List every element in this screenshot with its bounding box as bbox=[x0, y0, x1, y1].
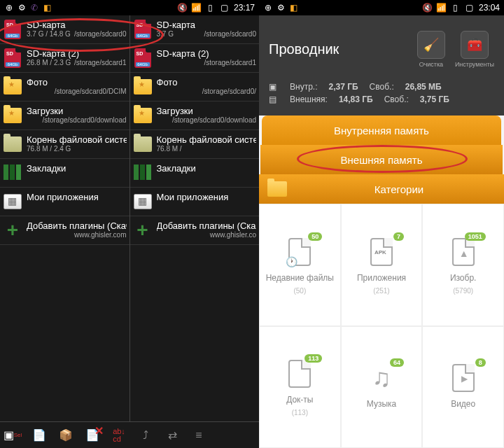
file-path: /storage/sdcard0 bbox=[174, 30, 256, 38]
badge: 7 bbox=[393, 232, 404, 241]
sd-icon: 64Gb bbox=[3, 20, 22, 39]
explorer-title: Проводник bbox=[269, 41, 339, 57]
file-name: Фото bbox=[157, 77, 257, 88]
file-path: /storage/sdcard0/download bbox=[27, 116, 127, 124]
mute-icon: 🔇 bbox=[423, 3, 433, 13]
clock-right: 23:04 bbox=[479, 3, 500, 13]
plus-status-icon: ⊕ bbox=[4, 3, 14, 13]
file-item-bookmarks[interactable]: Закладки bbox=[0, 159, 130, 188]
wifi-icon: 📶 bbox=[437, 3, 447, 13]
file-item-root[interactable]: Корень файловой системы76.8 M / bbox=[130, 130, 260, 159]
plus-icon: + bbox=[3, 220, 22, 240]
badge: 1051 bbox=[465, 232, 486, 241]
tools-button[interactable]: 🧰 Инструменты bbox=[455, 31, 494, 68]
file-name: SD-карта (2) bbox=[157, 48, 257, 59]
brush-icon: 🧹 bbox=[417, 31, 445, 59]
updir-icon[interactable]: ⤴ bbox=[136, 426, 155, 445]
category-Видео[interactable]: 8Видео bbox=[422, 326, 504, 449]
file-item-photo[interactable]: Фото/storage/sdcard0/DCIM bbox=[0, 73, 130, 102]
file-path bbox=[182, 145, 256, 153]
file-name: SD-карта (2) bbox=[27, 48, 127, 59]
swap-button[interactable]: ⇄ bbox=[162, 426, 182, 445]
file-size: 26.8 M / 2.3 G bbox=[27, 59, 71, 66]
file-name: Загрузки bbox=[27, 106, 127, 116]
category-icon: 113 bbox=[283, 357, 316, 391]
clean-button[interactable]: 🧹 Очистка bbox=[417, 31, 445, 68]
folder-star-icon bbox=[3, 77, 22, 97]
sim-icon: ▯ bbox=[206, 3, 216, 13]
phone-right-screenshot: ⊕ ⚙ ◧ 🔇 📶 ▯ ▢ 23:04 Проводник 🧹 Очистка bbox=[259, 0, 504, 448]
file-item-sd1[interactable]: 64GbSD-карта (2)/storage/sdcard1 bbox=[130, 44, 260, 73]
clock-left: 23:17 bbox=[234, 3, 255, 13]
tab-internal-memory[interactable]: Внутренняя память bbox=[262, 115, 501, 145]
file-item-downloads[interactable]: Загрузки/storage/sdcard0/download bbox=[0, 102, 130, 130]
file-name: Закладки bbox=[157, 163, 257, 174]
file-item-sd0[interactable]: 64GbSD-карта3.7 G / 14.8 G/storage/sdcar… bbox=[0, 15, 130, 44]
file-path: www.ghisler.co bbox=[157, 231, 257, 239]
file-path: /storage/sdcard1 bbox=[157, 59, 257, 66]
category-icon: ♫64 bbox=[365, 361, 398, 395]
bottom-toolbar: ▣Sel 📄 📦 📄✕ ab↓cd ⤴ ⇄ ≡ bbox=[0, 421, 259, 448]
tab-external-memory[interactable]: Внешняя память bbox=[260, 145, 503, 174]
file-item-apps[interactable]: Мои приложения bbox=[0, 188, 130, 216]
file-pane-right: 64GbSD-карта3.7 G/storage/sdcard064GbSD-… bbox=[130, 15, 260, 421]
file-item-plugins[interactable]: +Добавить плагины (Скачать)www.ghisler.c… bbox=[130, 216, 260, 245]
category-count: (251) bbox=[373, 287, 389, 295]
sort-button[interactable]: ab↓cd bbox=[109, 426, 129, 445]
status-bar-right: ⊕ ⚙ ◧ 🔇 📶 ▯ ▢ 23:04 bbox=[259, 0, 504, 15]
category-Изобр.[interactable]: 1051Изобр.(5790) bbox=[422, 204, 504, 326]
file-item-photo[interactable]: Фото/storage/sdcard0/ bbox=[130, 73, 260, 102]
file-item-sd1[interactable]: 64GbSD-карта (2)26.8 M / 2.3 G/storage/s… bbox=[0, 44, 130, 73]
category-Приложения[interactable]: 7Приложения(251) bbox=[341, 204, 423, 326]
category-Музыка[interactable]: ♫64Музыка bbox=[341, 326, 423, 449]
folder-icon bbox=[267, 181, 287, 197]
file-size: 3.7 G bbox=[157, 30, 174, 38]
file-item-plugins[interactable]: +Добавить плагины (Скачать)www.ghisler.c… bbox=[0, 216, 130, 245]
gear-icon: ⚙ bbox=[17, 3, 27, 13]
phone-storage-icon: ▣ bbox=[269, 82, 279, 92]
badge: 64 bbox=[390, 358, 404, 367]
categories-grid: 50Недавние файлы(50)7Приложения(251)1051… bbox=[259, 204, 504, 448]
category-label: Приложения bbox=[357, 273, 406, 283]
apps-icon bbox=[3, 192, 22, 211]
category-count: (113) bbox=[292, 409, 308, 416]
file-size: 76.8 M / 2.4 G bbox=[27, 145, 71, 153]
plus-status-icon: ⊕ bbox=[263, 3, 273, 13]
category-Недавние файлы[interactable]: 50Недавние файлы(50) bbox=[259, 204, 341, 326]
category-label: Изобр. bbox=[450, 273, 477, 283]
file-size: 76.8 M / bbox=[157, 145, 182, 153]
sim-icon: ▯ bbox=[451, 3, 461, 13]
plus-icon: + bbox=[133, 220, 153, 240]
menu-button[interactable]: ≡ bbox=[189, 426, 209, 445]
sd-icon: 64Gb bbox=[3, 48, 22, 68]
explorer-header: Проводник 🧹 Очистка 🧰 Инструменты bbox=[259, 15, 504, 78]
file-item-sd0[interactable]: 64GbSD-карта3.7 G/storage/sdcard0 bbox=[130, 15, 260, 44]
file-path bbox=[71, 145, 126, 153]
file-name: Загрузки bbox=[157, 106, 257, 116]
badge: 8 bbox=[475, 358, 486, 367]
toolbox-icon: 🧰 bbox=[461, 31, 489, 59]
file-name: Корень файловой системы bbox=[157, 134, 257, 145]
delete-button[interactable]: 📄✕ bbox=[83, 426, 102, 445]
copy-button[interactable]: 📄 bbox=[29, 426, 49, 445]
file-item-root[interactable]: Корень файловой системы76.8 M / 2.4 G bbox=[0, 130, 130, 159]
storage-stats: ▣ Внутр.: 2,37 ГБ Своб.: 26,85 МБ ▤ Внеш… bbox=[259, 78, 504, 115]
category-Док-ты[interactable]: 113Док-ты(113) bbox=[259, 326, 341, 449]
badge: 113 bbox=[304, 354, 322, 363]
file-item-bookmarks[interactable]: Закладки bbox=[130, 159, 260, 188]
category-icon: 1051 bbox=[447, 235, 480, 269]
folder-star-icon bbox=[133, 77, 153, 97]
file-name: Закладки bbox=[27, 163, 127, 174]
pack-button[interactable]: 📦 bbox=[56, 426, 76, 445]
folder-star-icon bbox=[133, 106, 153, 125]
file-item-apps[interactable]: Мои приложения bbox=[130, 188, 260, 216]
select-button[interactable]: ▣Sel bbox=[3, 426, 22, 445]
badge: 50 bbox=[308, 232, 322, 241]
file-name: Мои приложения bbox=[157, 192, 257, 202]
file-name: Добавить плагины (Скачать) bbox=[27, 220, 127, 231]
file-name: Корень файловой системы bbox=[27, 134, 127, 145]
bookmark-icon bbox=[3, 163, 22, 183]
file-item-downloads[interactable]: Загрузки/storage/sdcard0/download bbox=[130, 102, 260, 130]
tab-categories[interactable]: Категории bbox=[259, 174, 504, 204]
file-pane-left: 64GbSD-карта3.7 G / 14.8 G/storage/sdcar… bbox=[0, 15, 130, 421]
